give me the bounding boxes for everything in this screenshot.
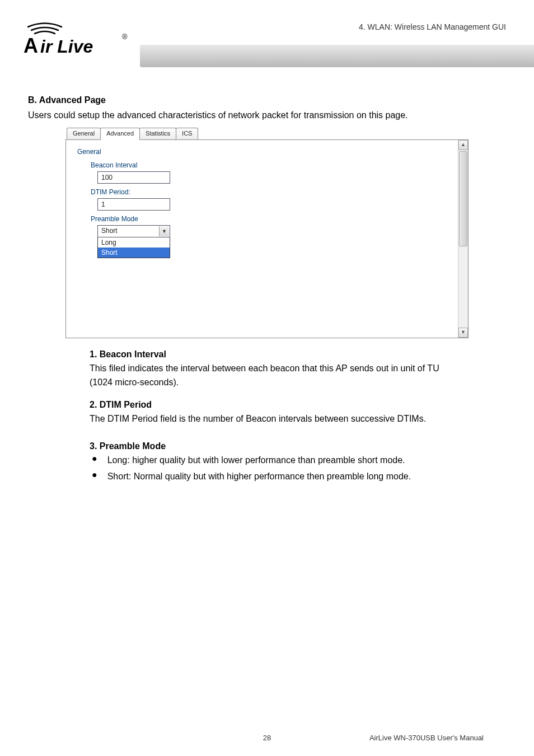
header-divider-bar	[140, 45, 534, 67]
manual-title: AirLive WN-370USB User's Manual	[369, 734, 484, 742]
page-number: 28	[263, 734, 271, 742]
scroll-up-button[interactable]: ▲	[458, 140, 468, 150]
beacon-heading: 1. Beacon Interval	[90, 349, 456, 360]
section-b-intro: Users could setup the advanced character…	[28, 109, 506, 122]
preamble-option-long[interactable]: Long	[98, 237, 170, 248]
dtim-text: The DTIM Period field is the number of B…	[90, 412, 456, 426]
scroll-thumb[interactable]	[459, 151, 467, 246]
tab-advanced[interactable]: Advanced	[100, 128, 140, 140]
tab-ics[interactable]: ICS	[176, 128, 198, 140]
tab-general[interactable]: General	[67, 128, 101, 140]
chapter-label: 4. WLAN: Wireless LAN Management GUI	[359, 22, 506, 31]
bullet-short-text: Short: Normal quality but with higher pe…	[107, 470, 411, 484]
chevron-down-icon[interactable]: ▼	[159, 226, 169, 236]
beacon-interval-input[interactable]	[97, 171, 170, 184]
preamble-mode-combo[interactable]: Short ▼	[97, 225, 170, 237]
bullet-icon: ●	[92, 470, 97, 480]
groupbox-title: General	[77, 148, 457, 156]
preamble-mode-dropdown: Long Short	[97, 237, 170, 258]
svg-text:®: ®	[122, 32, 128, 41]
advanced-settings-panel: General Advanced Statistics ICS ▲ ▼ Gene…	[65, 128, 469, 338]
preamble-mode-label: Preamble Mode	[91, 215, 457, 223]
tabpanel-advanced: ▲ ▼ General Beacon Interval DTIM Period:…	[65, 139, 469, 338]
dtim-period-label: DTIM Period:	[91, 188, 457, 196]
scroll-down-button[interactable]: ▼	[458, 328, 468, 338]
svg-text:ir Live: ir Live	[40, 36, 93, 57]
beacon-text: This filed indicates the interval betwee…	[90, 362, 456, 390]
dtim-heading: 2. DTIM Period	[90, 400, 456, 410]
brand-logo: A ir Live ®	[22, 17, 134, 61]
tab-statistics[interactable]: Statistics	[139, 128, 176, 140]
preamble-mode-selected: Short	[101, 227, 118, 235]
preamble-option-short[interactable]: Short	[98, 248, 170, 258]
bullet-long-text: Long: higher quality but with lower perf…	[107, 454, 405, 468]
dtim-period-input[interactable]	[97, 198, 170, 211]
tabstrip: General Advanced Statistics ICS	[67, 128, 469, 140]
section-b-title: B. Advanced Page	[28, 95, 506, 105]
beacon-interval-label: Beacon Interval	[91, 161, 457, 169]
scrollbar[interactable]: ▲ ▼	[458, 140, 468, 338]
svg-text:A: A	[24, 34, 38, 57]
bullet-icon: ●	[92, 454, 97, 464]
preamble-heading: 3. Preamble Mode	[90, 441, 456, 451]
